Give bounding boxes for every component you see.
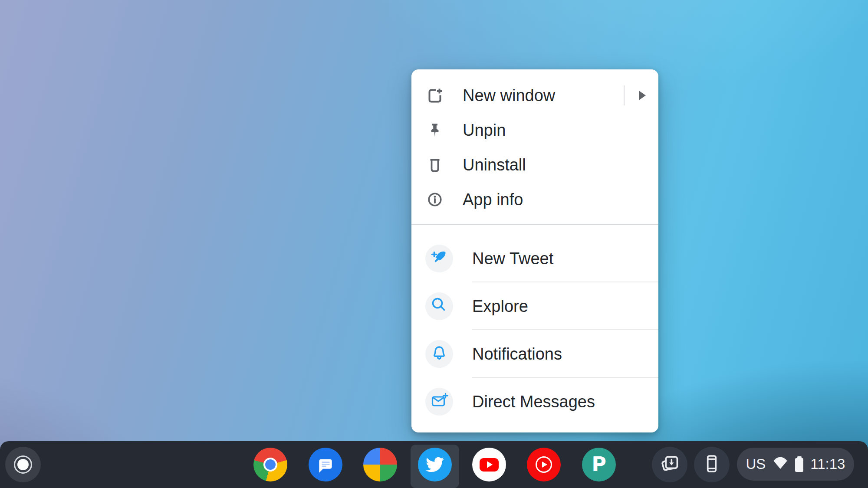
wifi-icon	[773, 456, 788, 472]
info-icon	[426, 191, 444, 208]
launcher-button[interactable]	[5, 447, 41, 482]
shortcut-explore[interactable]: Explore	[411, 282, 658, 330]
chrome-icon[interactable]	[253, 448, 287, 481]
submenu-divider	[624, 85, 625, 105]
new-window-icon	[426, 87, 444, 104]
shortcut-label: Notifications	[472, 345, 562, 364]
menu-item-new-window[interactable]: New window	[411, 78, 658, 113]
shortcut-notifications[interactable]: Notifications	[411, 330, 658, 378]
bell-icon	[430, 344, 449, 364]
menu-item-app-info[interactable]: App info	[411, 182, 658, 217]
tote-button[interactable]	[652, 447, 687, 482]
menu-item-label: New window	[463, 86, 555, 105]
desktop[interactable]: New window Unpin	[0, 0, 868, 488]
trash-icon	[426, 156, 444, 174]
phone-icon	[701, 453, 722, 476]
pocket-casts-letter: P	[592, 452, 606, 476]
keyboard-layout-indicator: US	[746, 456, 766, 472]
menu-separator	[411, 224, 658, 225]
envelope-plus-icon	[430, 391, 449, 412]
clock: 11:13	[810, 456, 845, 472]
shortcut-icon-circle	[425, 292, 453, 320]
shortcut-new-tweet[interactable]: New Tweet	[411, 235, 658, 282]
context-menu-actions: New window Unpin	[411, 69, 658, 217]
messages-icon[interactable]	[309, 448, 342, 481]
status-tray[interactable]: US 11:13	[737, 448, 854, 481]
search-icon	[430, 296, 449, 317]
shortcut-icon-circle	[425, 245, 453, 272]
shortcut-icon-circle	[425, 388, 453, 416]
shortcut-label: New Tweet	[472, 249, 553, 268]
launcher-circle-icon	[14, 455, 32, 474]
shortcut-direct-messages[interactable]: Direct Messages	[411, 378, 658, 426]
google-app-icon[interactable]	[363, 448, 397, 481]
youtube-icon[interactable]	[472, 448, 506, 481]
compose-tweet-icon	[430, 248, 449, 269]
pocket-casts-icon[interactable]: P	[582, 448, 616, 481]
menu-item-label: Unpin	[463, 121, 506, 140]
tote-icon	[659, 453, 680, 476]
shortcut-label: Direct Messages	[472, 393, 595, 411]
app-shortcuts: New Tweet Explore	[411, 235, 658, 426]
app-context-menu: New window Unpin	[411, 69, 658, 432]
shortcut-icon-circle	[425, 340, 453, 368]
menu-item-unpin[interactable]: Unpin	[411, 113, 658, 147]
menu-item-label: Uninstall	[463, 156, 526, 174]
pin-icon	[426, 121, 444, 139]
youtube-music-icon[interactable]	[527, 448, 561, 481]
menu-item-uninstall[interactable]: Uninstall	[411, 147, 658, 182]
shortcut-label: Explore	[472, 297, 528, 316]
twitter-icon[interactable]	[418, 448, 452, 481]
menu-item-label: App info	[463, 190, 523, 209]
battery-icon	[795, 458, 803, 472]
phone-hub-button[interactable]	[694, 447, 730, 482]
submenu-arrow-icon[interactable]	[639, 91, 646, 100]
